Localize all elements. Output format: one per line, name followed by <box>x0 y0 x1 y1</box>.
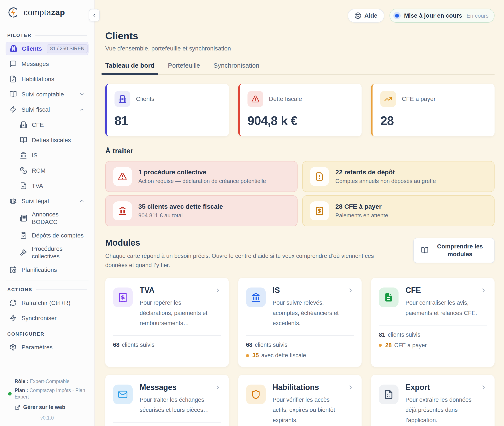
stat-label: Clients <box>136 96 154 102</box>
module-stat-label: clients suivis <box>388 332 420 338</box>
sidebar-item-procedures-collectives[interactable]: Procédures collectives <box>6 244 88 261</box>
sidebar-item-planifications[interactable]: Planifications <box>6 263 88 277</box>
module-card-export[interactable]: Export Pour extraire les données déjà pr… <box>371 375 495 426</box>
alert-body: 28 CFE à payer Paiements en attente <box>335 203 388 219</box>
sidebar-action-synchroniser[interactable]: Synchroniser <box>6 311 88 325</box>
sidebar-item-suivi-fiscal[interactable]: Suivi fiscal <box>6 103 88 116</box>
book-open-icon <box>421 247 428 254</box>
external-link-icon <box>14 405 20 410</box>
newspaper-icon <box>20 214 27 222</box>
sidebar-item-rcm[interactable]: RCM <box>6 164 88 177</box>
sidebar-item-suivi-legal[interactable]: Suivi légal <box>6 194 88 208</box>
stat-value: 28 <box>380 113 487 128</box>
sidebar-item-parametres[interactable]: Paramètres <box>6 340 88 354</box>
sidebar-item-label: Planifications <box>22 266 57 274</box>
alert-title: 35 clients avec dette fiscale <box>138 203 223 210</box>
module-alert-value: 28 <box>385 342 392 348</box>
tab-tableau-de-bord[interactable]: Tableau de bord <box>105 62 154 74</box>
sidebar-item-is[interactable]: IS <box>6 148 88 162</box>
receipt-icon <box>118 292 128 302</box>
chevron-right-icon <box>347 384 354 390</box>
alert-title: 1 procédure collective <box>138 169 266 176</box>
sidebar-item-clients[interactable]: Clients 81 / 250 SIREN <box>6 42 88 55</box>
alert-clients-dette-fiscale[interactable]: 35 clients avec dette fiscale 904 811 € … <box>105 195 298 226</box>
sidebar-item-label: Suivi légal <box>22 197 49 205</box>
module-divider <box>113 422 221 423</box>
module-description: Pour traiter les échanges sécurisés et l… <box>140 395 221 415</box>
sidebar-collapse-button[interactable] <box>89 9 100 21</box>
alert-iconbox <box>310 167 329 186</box>
manage-on-web-link[interactable]: Gérer sur le web <box>14 404 86 410</box>
app-version: v0.1.0 <box>8 415 86 421</box>
module-card-is[interactable]: IS Pour suivre relevés, acomptes, échéan… <box>238 278 362 367</box>
sidebar-item-label: Synchroniser <box>22 314 57 322</box>
module-title: CFE <box>405 286 487 295</box>
sidebar-item-habilitations[interactable]: Habilitations <box>6 72 88 86</box>
tab-synchronisation[interactable]: Synchronisation <box>214 62 259 74</box>
module-card-cfe[interactable]: CFE Pour centraliser les avis, paiements… <box>371 278 495 367</box>
module-stat-label: clients suivis <box>122 342 155 348</box>
file-check-icon <box>9 75 17 83</box>
module-card-head: IS Pour suivre relevés, acomptes, échéan… <box>246 286 354 328</box>
chevron-right-icon <box>215 287 221 293</box>
manage-on-web-label: Gérer sur le web <box>23 404 65 410</box>
module-card-habilitations[interactable]: Habilitations Pour vérifier les accès ac… <box>238 375 362 426</box>
todo-alerts: 1 procédure collective Action requise — … <box>105 161 495 226</box>
modules-description: Chaque carte répond à un besoin précis. … <box>105 251 391 270</box>
trending-up-icon <box>384 95 392 103</box>
sidebar-item-tva[interactable]: TVA <box>6 179 88 193</box>
gavel-icon <box>20 249 27 256</box>
help-button[interactable]: Aide <box>348 9 384 22</box>
tab-portefeuille[interactable]: Portefeuille <box>168 62 200 74</box>
module-title: TVA <box>140 286 221 295</box>
alert-cfe-a-payer[interactable]: 28 CFE à payer Paiements en attente <box>302 195 495 226</box>
module-description: Pour extraire les données déjà présentes… <box>405 395 487 425</box>
module-alert-value: 35 <box>252 352 259 359</box>
stat-label: CFE a payer <box>402 96 435 102</box>
module-stat-label: clients suivis <box>255 342 288 348</box>
module-title: Export <box>405 383 487 392</box>
module-card-text: Habilitations Pour vérifier les accès ac… <box>273 383 354 425</box>
module-stat-value: 81 <box>379 332 385 338</box>
module-card-text: Messages Pour traiter les échanges sécur… <box>140 383 221 415</box>
module-title: Messages <box>140 383 221 392</box>
sidebar-item-messages[interactable]: Messages <box>6 57 88 71</box>
chevron-left-icon <box>92 13 97 18</box>
role-line: Rôle : Expert-Comptable <box>14 379 86 384</box>
book-open-icon <box>9 91 17 98</box>
file-text-icon <box>384 292 394 302</box>
module-card-tva[interactable]: TVA Pour repérer les déclarations, paiem… <box>105 278 229 367</box>
module-description: Pour suivre relevés, acomptes, échéancie… <box>273 298 354 328</box>
sidebar-item-annonces-bodacc[interactable]: Annonces BODACC <box>6 209 88 227</box>
module-stat-value: 68 <box>246 342 252 348</box>
module-iconbox <box>246 384 266 404</box>
sidebar-item-label: Procédures collectives <box>32 245 85 260</box>
landmark-icon <box>20 152 27 159</box>
role-label: Rôle : <box>14 379 28 384</box>
alert-title: 22 retards de dépôt <box>335 169 436 176</box>
sidebar-action-rafraichir[interactable]: Rafraîchir (Ctrl+R) <box>6 296 88 310</box>
module-iconbox <box>113 288 133 307</box>
module-card-head: CFE Pour centraliser les avis, paiements… <box>379 286 487 318</box>
sidebar-item-suivi-comptable[interactable]: Suivi comptable <box>6 87 88 101</box>
stat-iconbox <box>380 91 396 107</box>
chevron-right-icon <box>347 287 354 293</box>
alert-procedure-collective[interactable]: 1 procédure collective Action requise — … <box>105 161 298 192</box>
update-status-pill[interactable]: Mise à jour en cours En cours <box>389 9 495 23</box>
plan-status-dot <box>8 392 12 396</box>
file-warning-icon <box>315 172 324 181</box>
tab-bar: Tableau de bord Portefeuille Synchronisa… <box>105 62 495 75</box>
stats-row: Clients 81 Dette fiscale 904,8 k € CFE a… <box>105 84 495 136</box>
sidebar-item-cfe[interactable]: CFE <box>6 118 88 132</box>
alert-retards-de-depot[interactable]: 22 retards de dépôt Comptes annuels non … <box>302 161 495 192</box>
chevron-right-icon <box>480 287 487 293</box>
sidebar-item-dettes-fiscales[interactable]: Dettes fiscales <box>6 133 88 147</box>
understand-modules-button[interactable]: Comprendre les modules <box>413 238 495 263</box>
scale-icon <box>9 197 17 205</box>
building-icon <box>20 121 27 128</box>
alert-subtitle: 904 811 € au total <box>138 212 223 219</box>
comptazap-logo-icon <box>7 7 19 18</box>
module-card-messages[interactable]: Messages Pour traiter les échanges sécur… <box>105 375 229 426</box>
sidebar-item-depots-de-comptes[interactable]: Dépôts de comptes <box>6 228 88 242</box>
zap-icon <box>9 106 17 113</box>
